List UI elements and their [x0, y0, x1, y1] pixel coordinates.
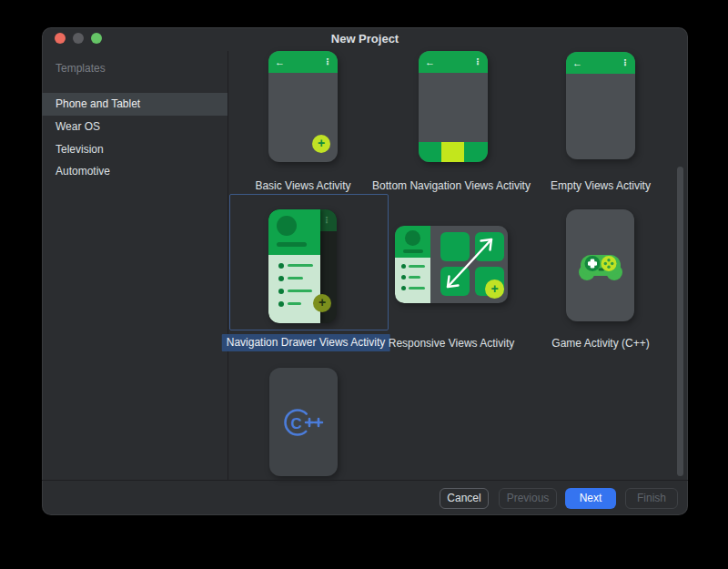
menu-line: [409, 265, 425, 268]
drawer-menu: [268, 255, 320, 323]
app-bar: ← ⋮: [268, 51, 338, 73]
app-bar: ← ⋮: [566, 52, 635, 74]
menu-line: [409, 287, 425, 290]
cancel-button[interactable]: Cancel: [440, 488, 489, 509]
sidebar-item-television[interactable]: Television: [42, 138, 228, 161]
template-card-navigation-drawer[interactable]: ⋮ +: [268, 209, 337, 323]
menu-dot-icon: [278, 289, 284, 294]
panel-menu: [395, 258, 430, 303]
finish-button[interactable]: Finish: [625, 488, 678, 509]
template-card-bottom-navigation[interactable]: ← ⋮: [419, 51, 488, 162]
template-label-navigation-drawer: Navigation Drawer Views Activity: [222, 334, 390, 351]
sidebar-item-automotive[interactable]: Automotive: [42, 160, 228, 183]
avatar-icon: [405, 230, 420, 246]
sidebar-divider: [228, 51, 228, 480]
menu-dot-icon: [401, 286, 406, 290]
menu-dot-icon: [278, 301, 284, 307]
window-title: New Project: [42, 32, 688, 46]
menu-line: [409, 276, 420, 279]
responsive-side-panel: [395, 226, 430, 303]
avatar-name-bar: [277, 242, 307, 247]
sidebar-item-phone-and-tablet[interactable]: Phone and Tablet: [42, 93, 228, 116]
menu-dot-icon: [401, 275, 406, 279]
template-label-bottom-navigation: Bottom Navigation Views Activity: [372, 179, 531, 193]
more-vert-icon: ⋮: [322, 209, 331, 231]
drawer-panel: [268, 209, 320, 323]
template-card-empty-views[interactable]: ← ⋮: [566, 52, 635, 159]
fab-plus-icon: +: [313, 294, 331, 312]
templates-header: Templates: [56, 62, 106, 76]
template-card-responsive-views[interactable]: +: [395, 226, 508, 303]
template-label-responsive-views: Responsive Views Activity: [389, 337, 515, 351]
back-arrow-icon: ←: [572, 52, 582, 74]
more-vert-icon: ⋮: [473, 51, 482, 73]
template-card-basic-views[interactable]: ← ⋮ +: [268, 51, 338, 162]
menu-line: [288, 277, 303, 279]
drawer-header: [268, 209, 320, 255]
template-label-empty-views: Empty Views Activity: [551, 179, 651, 193]
menu-line: [288, 264, 313, 267]
svg-text:C: C: [291, 415, 302, 432]
next-button[interactable]: Next: [565, 488, 616, 509]
gamepad-icon: [578, 249, 623, 282]
more-vert-icon: ⋮: [323, 51, 332, 73]
app-bar: ← ⋮: [419, 51, 488, 73]
menu-dot-icon: [401, 264, 406, 269]
more-vert-icon: ⋮: [621, 52, 630, 74]
back-arrow-icon: ←: [275, 51, 285, 73]
menu-dot-icon: [278, 276, 284, 281]
fab-plus-icon: +: [312, 135, 330, 153]
template-card-cpp[interactable]: C: [269, 368, 338, 476]
scrollbar-thumb[interactable]: [677, 167, 683, 476]
sidebar-item-wear-os[interactable]: Wear OS: [42, 116, 228, 138]
bottom-nav-bar: [419, 142, 488, 162]
fab-plus-icon: +: [485, 279, 504, 299]
avatar-name-bar: [403, 249, 423, 253]
panel-header: [395, 226, 430, 258]
back-arrow-icon: ←: [425, 51, 435, 73]
cpp-logo-icon: C: [283, 405, 327, 440]
bottom-nav-selected-tab: [441, 142, 464, 162]
menu-dot-icon: [278, 263, 284, 269]
template-label-game-activity: Game Activity (C++): [551, 337, 649, 351]
footer-divider: [42, 480, 688, 481]
template-card-game-activity[interactable]: [566, 209, 634, 321]
template-label-basic-views: Basic Views Activity: [255, 179, 350, 193]
menu-line: [288, 290, 312, 292]
avatar-icon: [277, 216, 297, 236]
new-project-dialog: New Project Templates Phone and Tablet W…: [42, 27, 688, 515]
menu-line: [288, 302, 301, 305]
previous-button[interactable]: Previous: [499, 488, 557, 509]
